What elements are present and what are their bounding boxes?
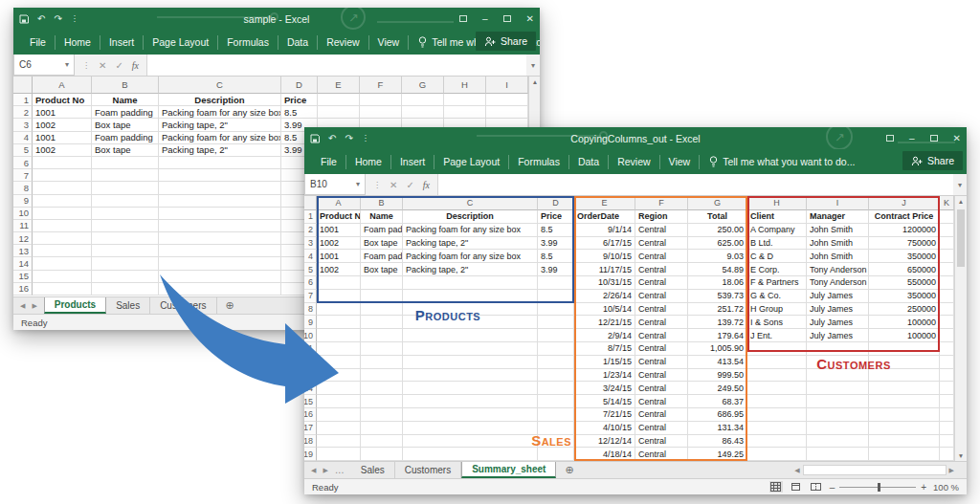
insert-function-icon[interactable]: fx	[132, 60, 139, 71]
cell[interactable]: John Smith	[807, 250, 869, 263]
cell[interactable]	[317, 448, 361, 461]
cell[interactable]: Box tape	[361, 237, 403, 251]
row-number[interactable]: 15	[304, 395, 317, 408]
cell[interactable]	[538, 316, 574, 329]
cell[interactable]	[159, 257, 281, 270]
namebox-dropdown-icon[interactable]: ▾	[65, 60, 69, 69]
save-icon[interactable]	[19, 14, 29, 24]
cell[interactable]: 999.50	[688, 369, 747, 383]
cell[interactable]	[869, 435, 940, 449]
row-number[interactable]: 18	[304, 435, 317, 449]
row-number[interactable]: 8	[304, 303, 317, 317]
cell[interactable]	[159, 169, 281, 182]
cell[interactable]	[940, 382, 954, 395]
cell[interactable]	[402, 106, 444, 119]
zoom-out-icon[interactable]: –	[830, 482, 835, 493]
cell[interactable]: 3/24/15	[574, 382, 635, 395]
column-header[interactable]: D	[281, 77, 318, 94]
formula-bar-more-icon[interactable]: ⋮	[82, 61, 90, 70]
cell[interactable]: Tony Anderson	[807, 276, 869, 290]
cell[interactable]	[361, 435, 403, 449]
cell[interactable]: 139.72	[688, 316, 747, 329]
cell[interactable]: A Company	[747, 224, 807, 237]
cell[interactable]: Name	[361, 210, 403, 224]
cell[interactable]	[33, 257, 92, 270]
row-number[interactable]: 13	[304, 369, 317, 383]
cell[interactable]	[317, 395, 361, 408]
row-number[interactable]: 4	[304, 250, 317, 263]
row-number[interactable]: 6	[304, 276, 317, 290]
row-number[interactable]: 1	[13, 94, 33, 106]
cell[interactable]	[807, 435, 869, 449]
hscroll-right-icon[interactable]: ▶	[949, 467, 954, 474]
cell[interactable]: 5/14/15	[574, 395, 635, 408]
ribbon-tab-page-layout[interactable]: Page Layout	[143, 35, 217, 50]
cell[interactable]: John Smith	[807, 224, 869, 237]
cell[interactable]: 539.73	[688, 290, 747, 303]
cell[interactable]: Central	[635, 250, 688, 263]
cell[interactable]: 650000	[869, 263, 940, 276]
row-number[interactable]: 3	[304, 237, 317, 251]
cell[interactable]: 12/12/14	[574, 435, 635, 449]
ribbon-tab-view[interactable]: View	[368, 35, 409, 50]
cell[interactable]: 625.00	[688, 237, 747, 251]
cell[interactable]: G & Co.	[747, 290, 807, 303]
cell[interactable]: I & Sons	[747, 316, 807, 329]
cell[interactable]: Client	[747, 210, 807, 224]
cell[interactable]	[361, 356, 403, 369]
row-number[interactable]: 7	[304, 290, 317, 303]
cell[interactable]: Central	[635, 382, 688, 395]
cell[interactable]	[807, 356, 869, 369]
cell[interactable]	[940, 448, 954, 461]
redo-icon[interactable]: ↷	[345, 134, 352, 143]
cell[interactable]: 686.95	[688, 408, 747, 422]
cell[interactable]	[538, 303, 574, 317]
cell[interactable]	[403, 356, 538, 369]
cell[interactable]	[869, 408, 940, 422]
cell[interactable]	[361, 329, 403, 342]
cell[interactable]: 1001	[317, 250, 361, 263]
cell[interactable]	[92, 257, 159, 270]
cell[interactable]	[940, 342, 954, 356]
cell[interactable]	[159, 195, 281, 208]
cell[interactable]: Foam padding	[92, 132, 159, 144]
cell[interactable]	[92, 182, 159, 194]
cell[interactable]: July James	[807, 303, 869, 317]
cell[interactable]	[159, 208, 281, 220]
cell[interactable]	[403, 329, 538, 342]
cell[interactable]	[317, 303, 361, 317]
cell[interactable]	[318, 106, 360, 119]
more-commands-icon[interactable]: ⋮	[71, 15, 78, 23]
cell[interactable]: Region	[635, 210, 688, 224]
cell[interactable]: C & D	[747, 250, 807, 263]
select-all-corner[interactable]	[304, 196, 317, 210]
cell[interactable]	[159, 220, 281, 232]
cell[interactable]: 4/10/15	[574, 422, 635, 435]
cell[interactable]: Description	[403, 210, 538, 224]
normal-view-icon[interactable]	[769, 481, 783, 493]
cell[interactable]: Tony Anderson	[807, 263, 869, 276]
column-header[interactable]: B	[361, 196, 403, 210]
titlebar[interactable]: ↗ ↶ ↷ ⋮ CopyingColumns_out - Excel – ✕	[304, 127, 967, 149]
cell[interactable]	[361, 276, 403, 290]
cell[interactable]	[940, 250, 954, 263]
row-number[interactable]: 1	[304, 210, 317, 224]
formula-bar-expand-icon[interactable]: ▾	[953, 174, 967, 195]
sheet-nav-left-icon[interactable]: ◀	[311, 467, 316, 474]
row-number[interactable]: 12	[13, 232, 33, 245]
cell[interactable]: Central	[635, 303, 688, 317]
zoom-slider[interactable]: – +	[830, 482, 926, 493]
row-number[interactable]: 2	[304, 224, 317, 237]
column-header[interactable]: A	[33, 77, 92, 94]
cell[interactable]: Box tape	[92, 144, 159, 157]
cell[interactable]	[317, 329, 361, 342]
cell[interactable]	[807, 422, 869, 435]
cell[interactable]: Central	[635, 448, 688, 461]
cell[interactable]: Price	[538, 210, 574, 224]
cell[interactable]	[317, 408, 361, 422]
cell[interactable]: John Smith	[807, 237, 869, 251]
cell[interactable]	[940, 435, 954, 449]
cell[interactable]: Packing foam for any size box	[403, 224, 538, 237]
hscrollbar-thumb[interactable]	[803, 465, 947, 475]
close-button[interactable]: ✕	[526, 14, 534, 24]
